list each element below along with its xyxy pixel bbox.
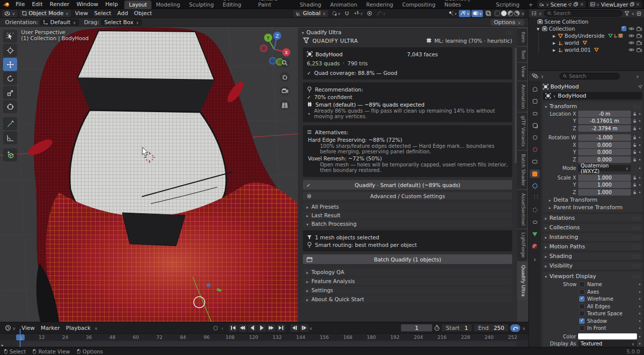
collapsed-section[interactable]: Settings — [303, 287, 512, 294]
lock-icon[interactable] — [633, 175, 637, 180]
number-field[interactable]: 0.000 — [578, 142, 631, 148]
animate-dot[interactable] — [639, 320, 640, 322]
animate-dot[interactable] — [639, 192, 640, 193]
rotate-tool[interactable] — [3, 72, 17, 85]
material-preview-button[interactable] — [508, 11, 513, 16]
outliner-search-input[interactable] — [553, 11, 619, 16]
viewlayer-selector[interactable]: ViewLayer — [588, 1, 642, 8]
mode-selector[interactable]: Object Mode — [20, 10, 71, 17]
keying-set-button[interactable] — [510, 324, 520, 332]
object-name[interactable]: world.001 — [565, 47, 591, 53]
expand-icon[interactable]: ▾ — [536, 26, 540, 32]
checkbox[interactable] — [579, 296, 585, 302]
outliner-options-icon[interactable] — [636, 11, 641, 16]
topbar-menu[interactable]: Render — [46, 0, 73, 9]
batch-quadify-button[interactable]: Batch Quadify (1 objects) — [303, 254, 512, 264]
animate-dot[interactable] — [639, 184, 640, 186]
checkbox[interactable] — [579, 311, 585, 316]
number-field[interactable]: 0.000 — [578, 156, 631, 163]
toggle-perspective-button[interactable] — [280, 100, 290, 110]
collapsed-panel[interactable]: Shading — [543, 252, 642, 260]
workspace-tab[interactable]: Sculpting — [185, 1, 218, 9]
previous-frame-button[interactable] — [290, 324, 299, 332]
select-box-tool[interactable] — [3, 30, 17, 43]
lock-icon[interactable] — [633, 126, 637, 131]
previous-keyframe-button[interactable] — [238, 324, 247, 332]
animate-dot[interactable] — [639, 336, 640, 337]
solid-shading-button[interactable] — [501, 11, 507, 16]
animate-dot[interactable] — [639, 177, 640, 179]
object-color-swatch[interactable] — [578, 333, 637, 339]
sidebar-tab[interactable]: LightForge — [517, 229, 527, 260]
pin-icon[interactable] — [638, 84, 642, 88]
next-keyframe-button[interactable] — [267, 324, 276, 332]
topbar-menu[interactable]: File — [12, 0, 28, 9]
remove-icon[interactable] — [636, 1, 640, 8]
lock-icon[interactable] — [633, 190, 637, 195]
tab-modifiers[interactable] — [530, 182, 540, 190]
object-name[interactable]: Collection — [549, 26, 575, 32]
measure-tool[interactable] — [3, 131, 17, 144]
show-gizmo-button[interactable] — [447, 10, 458, 17]
play-reverse-button[interactable] — [248, 324, 257, 332]
animate-dot[interactable] — [639, 151, 640, 153]
animate-dot[interactable] — [639, 137, 640, 138]
object-name[interactable]: world — [565, 40, 579, 46]
snap-toggle[interactable] — [343, 10, 351, 17]
tab-view-layer[interactable] — [530, 121, 540, 130]
properties-search-input[interactable] — [569, 73, 616, 79]
panel-scrollbar[interactable] — [515, 48, 517, 163]
drag-dropdown[interactable]: Select Box — [101, 19, 142, 26]
transform-subpanel[interactable]: Delta Transform — [545, 196, 640, 204]
animate-dot[interactable] — [639, 120, 640, 122]
workspace-tab[interactable]: + — [524, 1, 537, 9]
proportional-editing-button[interactable] — [366, 10, 374, 17]
breadcrumb-object[interactable]: BodyHood — [550, 83, 579, 90]
collapsed-panel[interactable]: Motion Paths — [543, 243, 642, 250]
panel-header[interactable]: Quadify Ultra — [298, 28, 517, 36]
collapsed-panel[interactable]: Relations — [543, 214, 642, 222]
collapsed-panel[interactable]: Collections — [543, 224, 642, 231]
animate-dot[interactable] — [639, 306, 640, 307]
outliner-row[interactable]: ▸ world — [538, 39, 644, 46]
blender-logo-icon[interactable] — [3, 2, 10, 7]
collapsed-section[interactable]: All Presets — [303, 203, 512, 210]
pin-icon[interactable] — [568, 3, 572, 7]
viewport-menu[interactable]: Add — [114, 10, 131, 17]
tab-particles[interactable] — [530, 194, 540, 202]
timeline-ruler[interactable]: 1224364860728496108120132144156168180192… — [0, 333, 528, 340]
animate-dot[interactable] — [639, 313, 640, 314]
advanced-settings-button[interactable]: Advanced / Custom Settings — [303, 192, 512, 200]
quadify-button[interactable]: Quadify · Smart (default) (~89% quads) — [303, 180, 512, 190]
3d-viewport[interactable]: User Perspective (1) Collection | BodyHo… — [0, 27, 528, 322]
display-as-dropdown[interactable]: Textured — [578, 340, 637, 347]
tab-scene[interactable] — [530, 133, 540, 142]
hide-eye-icon[interactable] — [628, 34, 634, 38]
batch-processing-section[interactable]: Batch Processing — [303, 220, 512, 227]
tab-object[interactable] — [530, 169, 540, 178]
unlink-icon[interactable] — [580, 1, 584, 8]
viewport-menu[interactable]: View — [72, 10, 91, 17]
animate-dot[interactable] — [639, 159, 640, 160]
lock-icon[interactable] — [633, 112, 637, 116]
disable-render-camera-icon[interactable] — [636, 27, 642, 31]
hide-eye-icon[interactable] — [628, 48, 634, 52]
checkbox[interactable] — [579, 318, 585, 324]
properties-editor-icon[interactable] — [532, 73, 538, 78]
copy-icon[interactable] — [630, 2, 634, 7]
camera-view-button[interactable] — [280, 86, 290, 96]
zoom-viewport-button[interactable] — [280, 58, 290, 68]
show-overlays-button[interactable] — [459, 10, 470, 17]
outliner-row[interactable]: Scene Collection — [529, 18, 644, 25]
tab-physics[interactable] — [530, 206, 540, 214]
start-frame-field[interactable]: Start 1 — [442, 324, 472, 331]
topbar-menu[interactable]: Window — [73, 0, 102, 9]
playhead-line[interactable] — [20, 329, 21, 347]
animate-dot[interactable] — [639, 298, 640, 300]
object-name[interactable]: Scene Collection — [544, 19, 588, 25]
rendered-shading-button[interactable] — [514, 11, 520, 16]
editor-type-button[interactable] — [2, 10, 18, 17]
snap-settings[interactable] — [353, 10, 364, 17]
timeline-tracks[interactable] — [0, 340, 528, 347]
disable-render-camera-icon[interactable] — [636, 48, 642, 52]
